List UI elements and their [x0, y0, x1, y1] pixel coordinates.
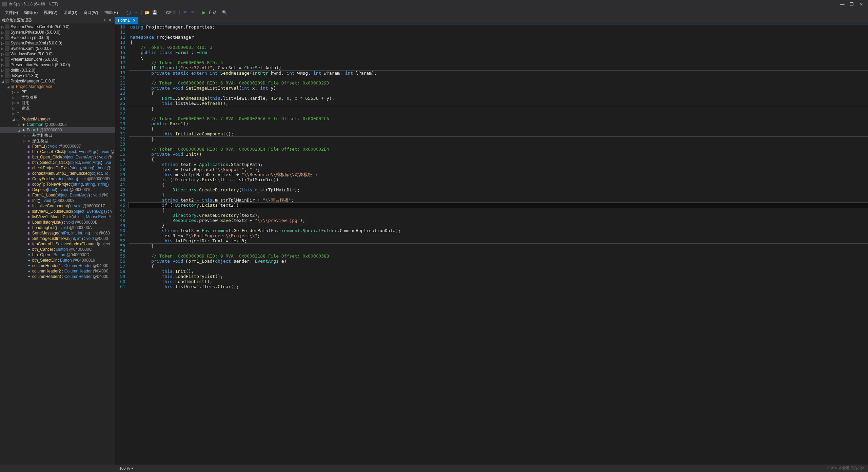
- tree-row[interactable]: Form1_Load(object, EventArgs) : void @0: [0, 192, 115, 198]
- tree-row[interactable]: ◢ProjectManager (1.0.0.0): [0, 78, 115, 84]
- tree-row[interactable]: copyTplToNewProject(string, string, stri…: [0, 182, 115, 187]
- minimize-button[interactable]: —: [837, 2, 847, 7]
- close-button[interactable]: ✕: [856, 2, 866, 7]
- tree-row[interactable]: SendMessage(IntPtr, int, int, int) : int…: [0, 230, 115, 236]
- tree-row[interactable]: ▷引用: [0, 100, 115, 106]
- tree-row[interactable]: LoadHistoryList() : void @0600000B: [0, 220, 115, 225]
- assembly-tree[interactable]: ▷System.Private.CoreLib (5.0.0.0)▷System…: [0, 23, 115, 465]
- tree-row[interactable]: columnHeader1 : ColumnHeader @04000: [0, 263, 115, 268]
- tree-row[interactable]: ▷类型引用: [0, 95, 115, 100]
- tree-row[interactable]: listView1_DoubleClick(object, EventArgs)…: [0, 209, 115, 214]
- tree-row[interactable]: CopyFolder(string, string) : int @060000…: [0, 176, 115, 182]
- tree-row[interactable]: ◢ProjectManager: [0, 116, 115, 122]
- language-combo[interactable]: C#: [164, 10, 176, 15]
- tree-row[interactable]: ▷WindowsBase (5.0.0.0): [0, 51, 115, 57]
- nav-back-icon[interactable]: ◯: [125, 9, 132, 16]
- zoom-dropdown-icon[interactable]: ▾: [131, 466, 133, 471]
- tree-row[interactable]: ▷Common @02000002: [0, 122, 115, 127]
- tree-row[interactable]: ▷-: [0, 111, 115, 116]
- menu-file[interactable]: 文件(F): [2, 9, 21, 16]
- maximize-button[interactable]: ❐: [847, 2, 856, 7]
- tab-label: Form1: [118, 18, 130, 23]
- tree-row[interactable]: ▷dnlib (3.3.2.0): [0, 68, 115, 73]
- tree-row[interactable]: ▷PresentationCore (5.0.0.0): [0, 57, 115, 62]
- zoom-level[interactable]: 100 %: [119, 466, 130, 470]
- status-bar: 100 % ▾: [0, 465, 868, 472]
- nav-forward-icon[interactable]: →: [133, 9, 139, 16]
- tree-row[interactable]: tabControl1_SelectedIndexChanged(object: [0, 241, 115, 247]
- menu-help[interactable]: 帮助(H): [101, 9, 121, 16]
- watermark: CSDN @爱看书的小沐: [827, 466, 865, 471]
- tree-row[interactable]: ▷dnSpy (6.1.8.0): [0, 73, 115, 78]
- tree-row[interactable]: ▷System.Private.CoreLib (5.0.0.0): [0, 24, 115, 30]
- tree-row[interactable]: SetImageListInterval(int, int) : void @0…: [0, 236, 115, 241]
- tree-row[interactable]: ▷资源: [0, 106, 115, 111]
- save-icon[interactable]: 💾: [151, 9, 158, 16]
- tree-row[interactable]: InitializeComponent() : void @06000017: [0, 203, 115, 209]
- tree-row[interactable]: btn_SelectDir : Button @04000019: [0, 258, 115, 263]
- tree-row[interactable]: listView1_MouseClick(object, MouseEventA: [0, 214, 115, 220]
- tree-row[interactable]: ▷基类和接口: [0, 133, 115, 138]
- tree-row[interactable]: ▷System.Linq (5.0.0.0): [0, 35, 115, 40]
- start-icon[interactable]: ▶: [200, 9, 207, 16]
- panel-title: 程序集资源管理器: [2, 18, 32, 23]
- tree-row[interactable]: Init() : void @06000008: [0, 198, 115, 203]
- tree-row[interactable]: ◢Form1 @02000003: [0, 127, 115, 133]
- tree-row[interactable]: columnHeader2 : ColumnHeader @04000: [0, 268, 115, 274]
- window-title: dnSpy v6.1.8 (64-bit, .NET): [9, 2, 58, 6]
- menu-edit[interactable]: 编辑(E): [21, 9, 40, 16]
- title-bar: dnSpy v6.1.8 (64-bit, .NET) — ❐ ✕: [0, 0, 868, 8]
- tree-row[interactable]: LoadImgList() : void @0600000A: [0, 225, 115, 230]
- tree-row[interactable]: ▷PE: [0, 89, 115, 95]
- tree-row[interactable]: Form1() : void @06000007: [0, 144, 115, 149]
- undo-icon[interactable]: ↶: [182, 9, 189, 16]
- tree-row[interactable]: ▷PresentationFramework (5.0.0.0): [0, 62, 115, 68]
- tree-row[interactable]: ▷System.Private.Xml (5.0.0.0): [0, 40, 115, 46]
- tree-row[interactable]: btn_SelectDir_Click(object, EventArgs) :…: [0, 160, 115, 165]
- tree-row[interactable]: Dispose(bool) : void @06000016: [0, 187, 115, 192]
- tree-row[interactable]: contextMenuStrip1_ItemClicked(object, To: [0, 171, 115, 176]
- open-icon[interactable]: 📂: [144, 9, 151, 16]
- tree-row[interactable]: btn_Open : Button @0400000D: [0, 252, 115, 258]
- editor-area: Form1 ✕ 10111213141516171819202122232425…: [115, 17, 868, 465]
- tree-row[interactable]: btn_Cancel : Button @0400000C: [0, 247, 115, 252]
- tree-row[interactable]: columnHeader3 : ColumnHeader @04000: [0, 274, 115, 279]
- tab-form1[interactable]: Form1 ✕: [115, 17, 138, 24]
- code-editor[interactable]: 1011121314151617181920212223242526272829…: [115, 24, 868, 465]
- tree-row[interactable]: btn_Cancel_Click(object, EventArgs) : vo…: [0, 149, 115, 154]
- tree-row[interactable]: btn_Open_Click(object, EventArgs) : void…: [0, 154, 115, 160]
- menu-window[interactable]: 窗口(W): [81, 9, 101, 16]
- tree-row[interactable]: ▷派生类型: [0, 138, 115, 144]
- menu-debug[interactable]: 调试(D): [61, 9, 80, 16]
- start-label[interactable]: 启动: [209, 10, 217, 16]
- menu-view[interactable]: 视图(V): [41, 9, 60, 16]
- panel-close-icon[interactable]: ✕: [107, 18, 113, 22]
- menu-bar: 文件(F) 编辑(E) 视图(V) 调试(D) 窗口(W) 帮助(H) ◯ → …: [0, 8, 868, 17]
- tree-row[interactable]: ▷System.Private.Uri (5.0.0.0): [0, 30, 115, 35]
- panel-dropdown-icon[interactable]: ▾: [102, 18, 107, 22]
- search-icon[interactable]: 🔍: [221, 9, 228, 16]
- app-icon: [2, 2, 7, 6]
- editor-tabs: Form1 ✕: [115, 17, 868, 24]
- line-gutter: 1011121314151617181920212223242526272829…: [115, 24, 129, 465]
- redo-icon[interactable]: ↷: [189, 9, 196, 16]
- code-text[interactable]: using ProjectManager.Properties; namespa…: [129, 24, 868, 465]
- tree-row[interactable]: checkProjectDirExist(string, string) : b…: [0, 165, 115, 171]
- tree-row[interactable]: ◢ProjectManager.exe: [0, 84, 115, 89]
- assembly-explorer-panel: 程序集资源管理器 ▾ ✕ ▷System.Private.CoreLib (5.…: [0, 17, 115, 465]
- tab-close-icon[interactable]: ✕: [133, 18, 136, 23]
- tree-row[interactable]: ▷System.Xaml (5.0.0.0): [0, 46, 115, 51]
